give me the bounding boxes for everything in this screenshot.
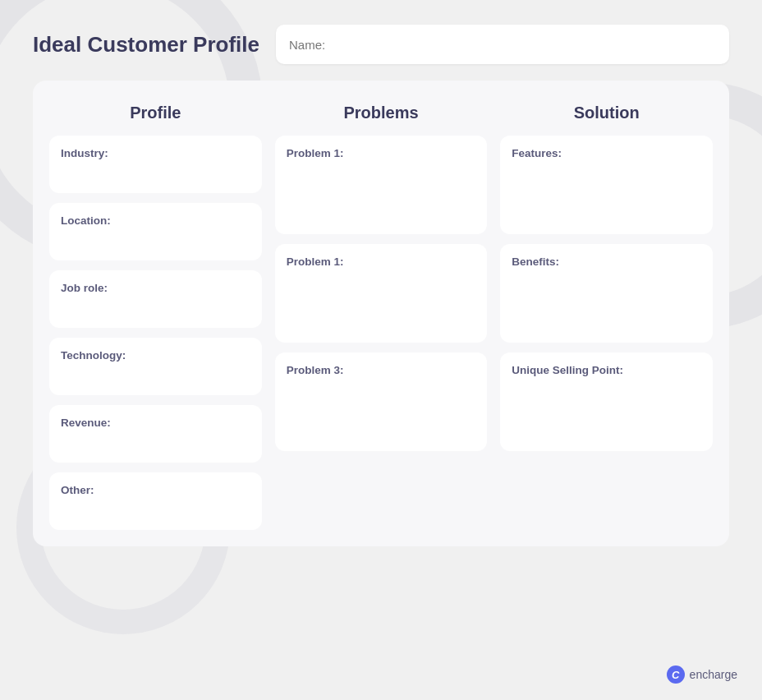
problems-column: Problems Problem 1: Problem 1: Problem 3… (275, 97, 488, 530)
name-input[interactable] (276, 25, 729, 64)
features-label: Features: (512, 147, 562, 159)
technology-field[interactable]: Technology: (49, 338, 262, 395)
problem3-field[interactable]: Problem 3: (275, 352, 488, 451)
main-card: Profile Industry: Location: Job role: Te… (33, 81, 729, 546)
job-role-label: Job role: (61, 282, 108, 294)
other-field[interactable]: Other: (49, 472, 262, 530)
benefits-field[interactable]: Benefits: (500, 244, 713, 343)
problem1-field[interactable]: Problem 1: (275, 136, 488, 234)
industry-label: Industry: (61, 147, 108, 159)
features-field[interactable]: Features: (500, 136, 713, 234)
usp-field[interactable]: Unique Selling Point: (500, 352, 713, 451)
revenue-label: Revenue: (61, 417, 111, 429)
industry-field[interactable]: Industry: (49, 136, 262, 193)
technology-label: Technology: (61, 349, 126, 362)
problem2-label: Problem 1: (287, 256, 344, 268)
usp-label: Unique Selling Point: (512, 364, 623, 376)
page-title: Ideal Customer Profile (33, 32, 259, 58)
solution-column: Solution Features: Benefits: Unique Sell… (500, 97, 713, 530)
encharge-logo: encharge (667, 665, 737, 684)
problem1-label: Problem 1: (287, 147, 344, 159)
encharge-logo-icon (667, 665, 685, 684)
header-row: Ideal Customer Profile (33, 25, 729, 64)
job-role-field[interactable]: Job role: (49, 270, 262, 328)
profile-column-header: Profile (49, 97, 262, 126)
revenue-field[interactable]: Revenue: (49, 405, 262, 463)
location-field[interactable]: Location: (49, 203, 262, 260)
location-label: Location: (61, 214, 111, 227)
problem2-field[interactable]: Problem 1: (275, 244, 488, 343)
page-container: Ideal Customer Profile Profile Industry:… (0, 0, 762, 571)
solution-column-header: Solution (500, 97, 713, 126)
footer: encharge (667, 665, 737, 684)
encharge-brand-name: encharge (690, 668, 737, 681)
problems-column-header: Problems (275, 97, 488, 126)
other-label: Other: (61, 484, 94, 496)
problem3-label: Problem 3: (287, 364, 344, 376)
benefits-label: Benefits: (512, 256, 559, 268)
profile-column: Profile Industry: Location: Job role: Te… (49, 97, 262, 530)
